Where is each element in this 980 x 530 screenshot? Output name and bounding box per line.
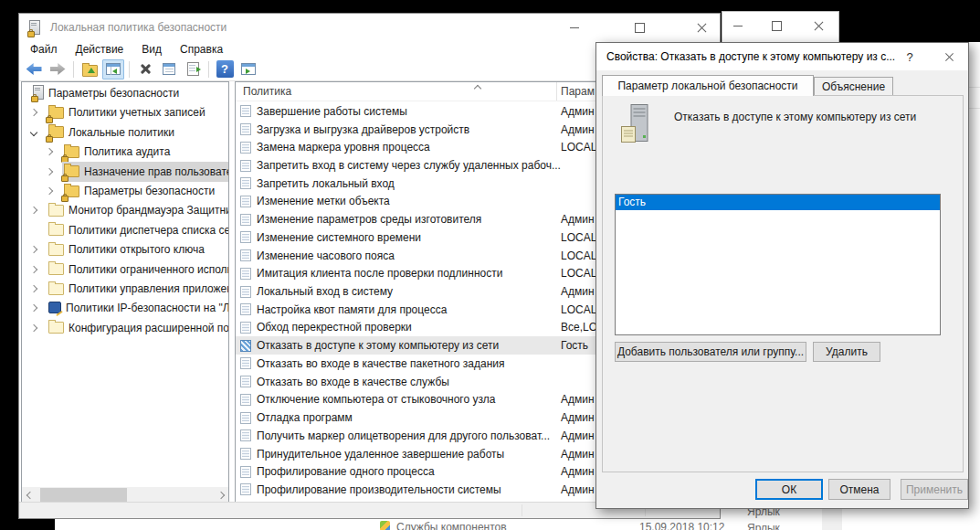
chevron-right-icon[interactable] <box>30 246 37 253</box>
policy-row[interactable]: Настройка квот памяти для процессаLOCAL <box>236 301 611 319</box>
policy-row[interactable]: Профилирование одного процессаАдмин <box>236 462 611 481</box>
policy-list-panel: Политика Парам Завершение работы системы… <box>235 81 611 504</box>
help-button[interactable]: ? <box>214 59 236 80</box>
tree-horizontal-scrollbar[interactable] <box>22 487 228 503</box>
chevron-right-icon[interactable] <box>30 265 37 272</box>
bg-maximize-button[interactable] <box>761 12 792 39</box>
tab-explain[interactable]: Объяснение <box>814 77 893 96</box>
chevron-right-icon[interactable] <box>46 167 53 175</box>
tree-item[interactable]: Политики IP-безопасности на "Лока <box>22 299 229 318</box>
tree-item[interactable]: Политики управления приложения <box>22 280 229 299</box>
delete-button[interactable] <box>134 59 156 80</box>
policy-row[interactable]: Отключение компьютера от стыковочного уз… <box>236 391 611 409</box>
scroll-right-button[interactable] <box>213 487 228 503</box>
tree-item[interactable]: Политика аудита <box>22 143 174 162</box>
console-tree-toggle-button[interactable] <box>102 59 124 80</box>
menu-item-2[interactable]: Вид <box>132 43 171 56</box>
policy-row[interactable]: Профилирование производительности систем… <box>236 481 611 499</box>
chevron-right-icon[interactable] <box>30 207 37 214</box>
bg-file-name[interactable]: Службы компонентов <box>396 521 507 530</box>
tree-item[interactable]: Локальные политики <box>22 123 178 143</box>
maximize-button[interactable] <box>619 14 660 41</box>
policy-value: Гость <box>561 339 588 352</box>
policy-row[interactable]: Изменение системного времениLOCAL <box>236 228 611 247</box>
policy-value: Админ <box>561 465 595 478</box>
column-separator[interactable] <box>556 82 557 101</box>
dialog-close-button[interactable] <box>931 43 967 70</box>
chevron-right-icon[interactable] <box>46 148 53 155</box>
policy-icon <box>240 376 251 387</box>
tree-item[interactable]: Политики учетных записей <box>22 103 209 122</box>
chevron-right-icon[interactable] <box>30 285 37 292</box>
chevron-right-icon[interactable] <box>30 304 37 312</box>
ok-button[interactable]: ОК <box>755 479 823 500</box>
chevron-right-icon[interactable] <box>46 187 53 195</box>
policy-row[interactable]: Отказать в доступе к этому компьютеру из… <box>236 336 611 355</box>
policy-row[interactable]: Принудительное удаленное завершение рабо… <box>236 445 611 463</box>
policy-row[interactable]: Отладка программАдмин <box>236 408 611 427</box>
column-header-parameter[interactable]: Парам <box>561 85 595 98</box>
tree-item[interactable]: Монитор брандмауэра Защитника W <box>22 201 229 220</box>
bg-close-button[interactable] <box>803 12 834 39</box>
properties-dialog: Свойства: Отказать в доступе к этому ком… <box>595 42 969 509</box>
tab-local-security-setting[interactable]: Параметр локальной безопасности <box>602 75 814 96</box>
user-group-listbox[interactable]: Гость <box>615 194 941 335</box>
policy-row[interactable]: Завершение работы системыАдмин <box>236 102 611 121</box>
remove-button[interactable]: Удалить <box>813 342 880 362</box>
forward-button[interactable] <box>47 59 68 80</box>
tree-item[interactable]: Политики ограниченного использо <box>22 260 229 280</box>
chevron-right-icon[interactable] <box>30 324 37 332</box>
menu-item-1[interactable]: Действие <box>67 43 133 56</box>
policy-row[interactable]: Загрузка и выгрузка драйверов устройствА… <box>236 121 611 139</box>
menu-item-3[interactable]: Справка <box>171 43 232 56</box>
policy-value: LOCAL <box>561 267 596 280</box>
export-list-button[interactable] <box>182 59 204 80</box>
cancel-button[interactable]: Отмена <box>828 479 890 500</box>
policy-row[interactable]: Отказать во входе в качестве пакетного з… <box>236 355 611 373</box>
scroll-left-button[interactable] <box>22 487 37 503</box>
chevron-right-icon <box>216 491 224 498</box>
policy-icon <box>240 322 251 334</box>
policy-row[interactable]: Локальный вход в системуАдмин <box>236 282 611 301</box>
up-folder-button[interactable] <box>79 59 100 80</box>
minimize-button[interactable] <box>553 14 595 41</box>
scrollbar-thumb[interactable] <box>40 488 127 502</box>
close-icon <box>697 23 707 33</box>
policy-row[interactable]: Замена маркера уровня процессаLOCAL <box>236 138 611 156</box>
policy-row[interactable]: Имитация клиента после проверки подлинно… <box>236 264 611 282</box>
policy-name: Обход перекрестной проверки <box>257 321 412 334</box>
tree-item[interactable]: Политики открытого ключа <box>22 240 208 260</box>
policy-row[interactable]: Изменение метки объекта <box>236 193 611 211</box>
tree-item[interactable]: Конфигурация расширенной полит <box>22 319 229 338</box>
tree-item[interactable]: Параметры безопасности <box>22 84 183 103</box>
chevron-down-icon[interactable] <box>30 129 37 136</box>
policy-row[interactable]: Получить маркер олицетворения для другог… <box>236 427 611 445</box>
menu-item-0[interactable]: Файл <box>21 43 67 56</box>
tree-item[interactable]: Назначение прав пользователя <box>22 163 229 182</box>
chevron-right-icon[interactable] <box>30 109 37 116</box>
user-list-item[interactable]: Гость <box>616 195 940 210</box>
policy-row[interactable]: Запретить вход в систему через службу уд… <box>236 156 611 175</box>
policy-value: Админ <box>561 448 595 461</box>
policy-row[interactable]: Отказать во входе в качестве службы <box>236 373 611 391</box>
policy-icon <box>240 286 251 298</box>
properties-button[interactable] <box>158 59 180 80</box>
dialog-help-button[interactable]: ? <box>894 43 925 70</box>
column-header-policy[interactable]: Политика <box>243 85 291 98</box>
policy-row[interactable]: Обход перекрестной проверкиВсе,LO <box>236 319 611 337</box>
add-user-or-group-button[interactable]: Добавить пользователя или группу... <box>615 342 806 362</box>
policy-row[interactable]: Запретить локальный вход <box>236 175 611 193</box>
apply-button-disabled[interactable]: Применить <box>901 479 968 500</box>
policy-row[interactable]: Изменение часового поясаLOCAL <box>236 247 611 265</box>
tree-item[interactable]: Политики диспетчера списка сетей <box>22 221 229 240</box>
close-button[interactable] <box>681 14 722 41</box>
tab-page: Отказать в доступе к этому компьютеру из… <box>602 95 964 472</box>
app-icon <box>29 20 40 37</box>
tree-item[interactable]: Параметры безопасности <box>22 182 218 201</box>
back-button[interactable] <box>23 59 45 80</box>
folder-lock-icon <box>48 104 64 122</box>
action-pane-toggle-button[interactable] <box>237 59 259 80</box>
toolbar-separator <box>129 61 130 78</box>
bg-minimize-button[interactable] <box>722 12 753 39</box>
policy-row[interactable]: Изменение параметров среды изготовителяА… <box>236 210 611 228</box>
